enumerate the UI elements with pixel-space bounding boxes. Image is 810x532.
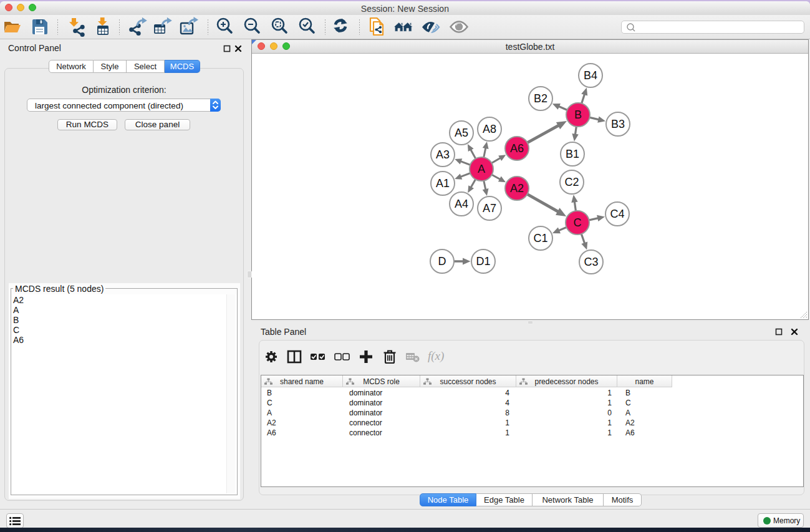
svg-text:A6: A6 xyxy=(510,142,524,155)
svg-text:A7: A7 xyxy=(483,202,496,215)
svg-text:C4: C4 xyxy=(610,208,624,220)
svg-text:C: C xyxy=(574,216,582,229)
svg-text:A: A xyxy=(478,163,485,175)
svg-text:A5: A5 xyxy=(455,127,468,139)
svg-text:A2: A2 xyxy=(510,182,524,195)
svg-text:B2: B2 xyxy=(534,92,547,105)
svg-text:A3: A3 xyxy=(436,148,450,161)
svg-text:A1: A1 xyxy=(436,177,450,190)
svg-text:C1: C1 xyxy=(533,232,547,244)
svg-text:D: D xyxy=(438,255,446,268)
svg-text:B: B xyxy=(574,109,582,121)
svg-text:A4: A4 xyxy=(455,198,468,210)
svg-text:C2: C2 xyxy=(564,176,579,188)
svg-text:B4: B4 xyxy=(584,69,597,82)
svg-text:B1: B1 xyxy=(566,148,579,160)
svg-text:D1: D1 xyxy=(476,255,490,268)
svg-text:C3: C3 xyxy=(584,256,598,268)
svg-text:A8: A8 xyxy=(483,123,496,135)
svg-text:B3: B3 xyxy=(611,118,625,130)
